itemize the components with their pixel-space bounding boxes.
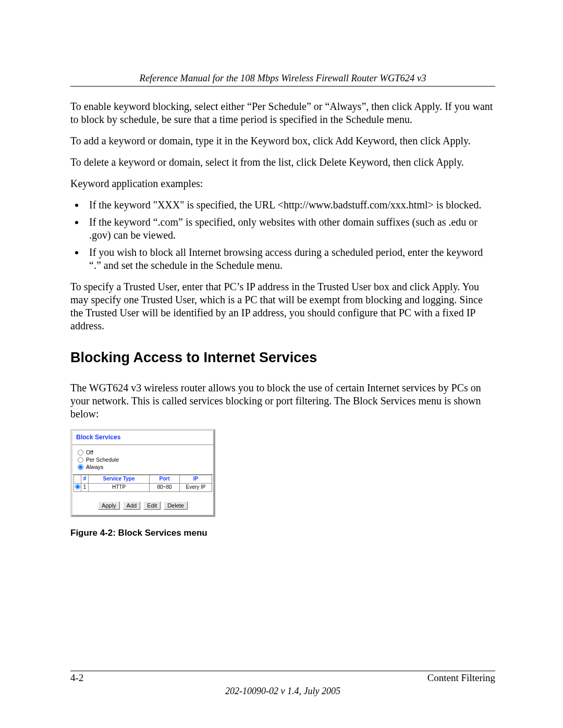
block-services-title: Block Services <box>72 431 213 445</box>
figure-caption: Figure 4-2: Block Services menu <box>70 527 495 538</box>
figure-block-services: Block Services Off Per Schedule Always <box>70 429 495 539</box>
radio-always-row[interactable]: Always <box>78 464 208 471</box>
row-num-cell: 1 <box>81 483 89 492</box>
footer-row: 4-2 Content Filtering <box>70 672 495 684</box>
col-header-service-type: Service Type <box>89 475 150 484</box>
table-row[interactable]: 1 HTTP 80~80 Every IP <box>74 483 212 492</box>
table-header-row: # Service Type Port IP <box>74 475 212 484</box>
radio-always[interactable] <box>78 464 83 470</box>
row-service-type-cell: HTTP <box>89 483 150 492</box>
delete-button[interactable]: Delete <box>164 501 188 510</box>
radio-per-schedule-label: Per Schedule <box>86 456 119 463</box>
radio-off-row[interactable]: Off <box>78 449 208 456</box>
header-block: Reference Manual for the 108 Mbps Wirele… <box>70 73 495 87</box>
block-services-button-row: Apply Add Edit Delete <box>72 501 213 510</box>
paragraph: To delete a keyword or domain, select it… <box>70 156 495 169</box>
footer-publication: 202-10090-02 v 1.4, July 2005 <box>70 686 495 697</box>
block-services-panel: Block Services Off Per Schedule Always <box>70 429 215 517</box>
paragraph: To add a keyword or domain, type it in t… <box>70 134 495 147</box>
col-header-select <box>74 475 81 484</box>
col-header-ip: IP <box>180 475 212 484</box>
footer-rule <box>70 671 495 671</box>
list-item: If the keyword “.com” is specified, only… <box>85 216 495 242</box>
bullet-list: If the keyword "XXX" is specified, the U… <box>70 199 495 272</box>
radio-off-label: Off <box>86 449 93 456</box>
radio-per-schedule-row[interactable]: Per Schedule <box>78 456 208 463</box>
page-footer: 4-2 Content Filtering 202-10090-02 v 1.4… <box>70 671 495 697</box>
paragraph: To enable keyword blocking, select eithe… <box>70 100 495 126</box>
footer-section: Content Filtering <box>427 672 495 684</box>
row-port-cell: 80~80 <box>150 483 180 492</box>
edit-button[interactable]: Edit <box>143 501 161 510</box>
col-header-num: # <box>81 475 89 484</box>
document-page: Reference Manual for the 108 Mbps Wirele… <box>0 0 563 728</box>
page-number: 4-2 <box>70 672 83 684</box>
row-select-radio[interactable] <box>75 484 80 489</box>
services-table: # Service Type Port IP 1 HTTP 80~80 Eve <box>74 475 212 492</box>
row-ip-cell: Every IP <box>180 483 212 492</box>
list-item: If you wish to block all Internet browsi… <box>85 246 495 272</box>
add-button[interactable]: Add <box>123 501 141 510</box>
radio-always-label: Always <box>86 464 103 471</box>
list-item: If the keyword "XXX" is specified, the U… <box>85 199 495 212</box>
block-services-radio-group: Off Per Schedule Always <box>72 445 213 473</box>
apply-button[interactable]: Apply <box>98 501 120 510</box>
section-heading: Blocking Access to Internet Services <box>70 349 495 367</box>
paragraph: The WGT624 v3 wireless router allows you… <box>70 381 495 421</box>
row-select-cell[interactable] <box>74 483 81 492</box>
col-header-port: Port <box>150 475 180 484</box>
paragraph-lead: Keyword application examples: <box>70 177 495 190</box>
paragraph: To specify a Trusted User, enter that PC… <box>70 280 495 332</box>
header-rule <box>70 86 495 87</box>
radio-per-schedule[interactable] <box>78 457 83 463</box>
running-header: Reference Manual for the 108 Mbps Wirele… <box>70 73 495 84</box>
body-content: To enable keyword blocking, select eithe… <box>70 100 495 538</box>
radio-off[interactable] <box>78 450 83 455</box>
